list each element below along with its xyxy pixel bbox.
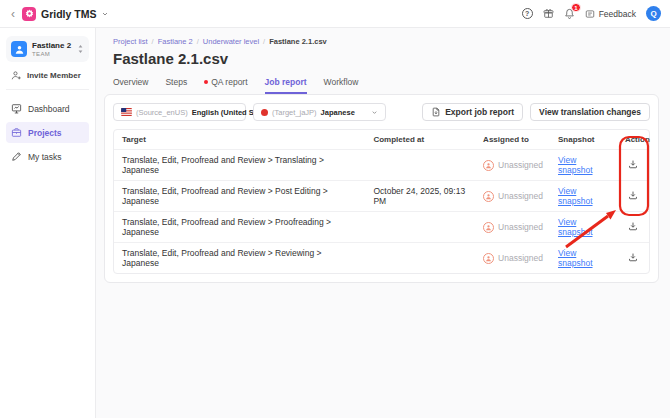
col-assigned-to: Assigned to <box>475 130 550 149</box>
download-report-button[interactable] <box>628 252 638 262</box>
sidebar-item-dashboard[interactable]: Dashboard <box>6 98 89 119</box>
feedback-icon <box>585 9 595 19</box>
table-row: Translate, Edit, Proofread and Review > … <box>114 180 649 211</box>
tab-qa-report[interactable]: QA report <box>204 77 247 94</box>
whats-new-icon[interactable] <box>543 8 554 19</box>
breadcrumb: Project list / Fastlane 2 / Underwater l… <box>113 37 659 46</box>
collapse-sidebar-icon[interactable]: ‹ <box>9 8 17 20</box>
view-snapshot-link[interactable]: View snapshot <box>558 248 593 268</box>
completed-at-cell <box>365 211 475 242</box>
source-language-select[interactable]: (Source_enUS) English (United States) <box>113 103 246 121</box>
download-icon <box>628 159 638 169</box>
unassigned-user-icon <box>483 191 494 202</box>
target-language-select[interactable]: (Target_jaJP) Japanese <box>253 103 386 121</box>
us-flag-icon <box>121 108 132 116</box>
assignee-badge: Unassigned <box>483 222 542 233</box>
feedback-button[interactable]: Feedback <box>585 9 636 19</box>
breadcrumb-project-list[interactable]: Project list <box>113 37 148 46</box>
col-action: Action <box>617 130 649 149</box>
view-snapshot-link[interactable]: View snapshot <box>558 155 593 175</box>
user-avatar[interactable]: Q <box>646 6 661 21</box>
download-report-button[interactable] <box>628 221 638 231</box>
help-icon[interactable]: ? <box>522 8 533 19</box>
view-translation-changes-button[interactable]: View translation changes <box>530 103 650 121</box>
team-type-label: TEAM <box>32 51 72 57</box>
target-cell: Translate, Edit, Proofread and Review > … <box>114 180 365 211</box>
app-title: Gridly TMS <box>41 8 96 20</box>
target-cell: Translate, Edit, Proofread and Review > … <box>114 242 365 273</box>
invite-member-icon <box>11 70 22 81</box>
download-report-button[interactable] <box>628 190 638 200</box>
download-icon <box>628 252 638 262</box>
tab-workflow[interactable]: Workflow <box>324 77 359 94</box>
job-report-card: (Source_enUS) English (United States) (T… <box>104 94 659 283</box>
breadcrumb-fastlane-2[interactable]: Fastlane 2 <box>158 37 193 46</box>
download-icon <box>628 190 638 200</box>
tab-bar: Overview Steps QA report Job report Work… <box>113 77 659 94</box>
workspace-chevron-down-icon[interactable] <box>101 10 109 18</box>
projects-icon <box>11 127 22 138</box>
tab-steps[interactable]: Steps <box>165 77 187 94</box>
export-job-report-button[interactable]: Export job report <box>422 103 523 121</box>
notifications-bell-icon[interactable]: 1 <box>564 8 575 19</box>
download-icon <box>628 221 638 231</box>
table-row: Translate, Edit, Proofread and Review > … <box>114 211 649 242</box>
topbar: ‹ Gridly TMS ? 1 Feedback Q <box>0 0 670 28</box>
completed-at-cell <box>365 149 475 180</box>
target-cell: Translate, Edit, Proofread and Review > … <box>114 149 365 180</box>
col-target: Target <box>114 130 365 149</box>
view-snapshot-link[interactable]: View snapshot <box>558 217 593 237</box>
col-snapshot: Snapshot <box>550 130 617 149</box>
team-sort-chevrons-icon <box>77 44 84 54</box>
breadcrumb-underwater-level[interactable]: Underwater level <box>203 37 259 46</box>
download-report-button[interactable] <box>628 159 638 169</box>
job-report-table: Target Completed at Assigned to Snapshot… <box>113 129 650 274</box>
completed-at-cell: October 24, 2025, 09:13 PM <box>365 180 475 211</box>
sidebar-item-projects[interactable]: Projects <box>6 122 89 143</box>
tab-job-report[interactable]: Job report <box>265 77 307 94</box>
app-window: ‹ Gridly TMS ? 1 Feedback Q <box>0 0 670 418</box>
tasks-pen-icon <box>11 151 22 162</box>
gridly-logo-icon <box>22 7 36 21</box>
qa-alert-dot <box>204 80 208 84</box>
unassigned-user-icon <box>483 222 494 233</box>
team-name: Fastlane 2 <box>32 41 72 50</box>
invite-member-button[interactable]: Invite Member <box>6 62 89 90</box>
sidebar-nav: Dashboard Projects My tasks <box>6 98 89 167</box>
completed-at-cell <box>365 242 475 273</box>
unassigned-user-icon <box>483 160 494 171</box>
japan-flag-icon <box>261 109 268 116</box>
target-cell: Translate, Edit, Proofread and Review > … <box>114 211 365 242</box>
table-row: Translate, Edit, Proofread and Review > … <box>114 242 649 273</box>
tab-overview[interactable]: Overview <box>113 77 148 94</box>
table-row: Translate, Edit, Proofread and Review > … <box>114 149 649 180</box>
chevron-down-icon <box>371 109 378 116</box>
main-content: Project list / Fastlane 2 / Underwater l… <box>96 28 670 418</box>
export-file-icon <box>431 107 441 117</box>
dashboard-icon <box>11 103 22 114</box>
report-toolbar: (Source_enUS) English (United States) (T… <box>113 103 650 121</box>
sidebar-item-my-tasks[interactable]: My tasks <box>6 146 89 167</box>
breadcrumb-current: Fastlane 2.1.csv <box>269 37 327 46</box>
notification-badge: 1 <box>571 3 580 12</box>
team-avatar <box>11 41 27 57</box>
assignee-badge: Unassigned <box>483 191 542 202</box>
view-snapshot-link[interactable]: View snapshot <box>558 186 593 206</box>
unassigned-user-icon <box>483 253 494 264</box>
page-title: Fastlane 2.1.csv <box>113 50 659 67</box>
team-switcher[interactable]: Fastlane 2 TEAM <box>6 36 89 62</box>
col-completed-at: Completed at <box>365 130 475 149</box>
table-header-row: Target Completed at Assigned to Snapshot… <box>114 130 649 149</box>
sidebar: Fastlane 2 TEAM Invite Member Dashboard … <box>0 28 96 418</box>
assignee-badge: Unassigned <box>483 253 542 264</box>
assignee-badge: Unassigned <box>483 160 542 171</box>
